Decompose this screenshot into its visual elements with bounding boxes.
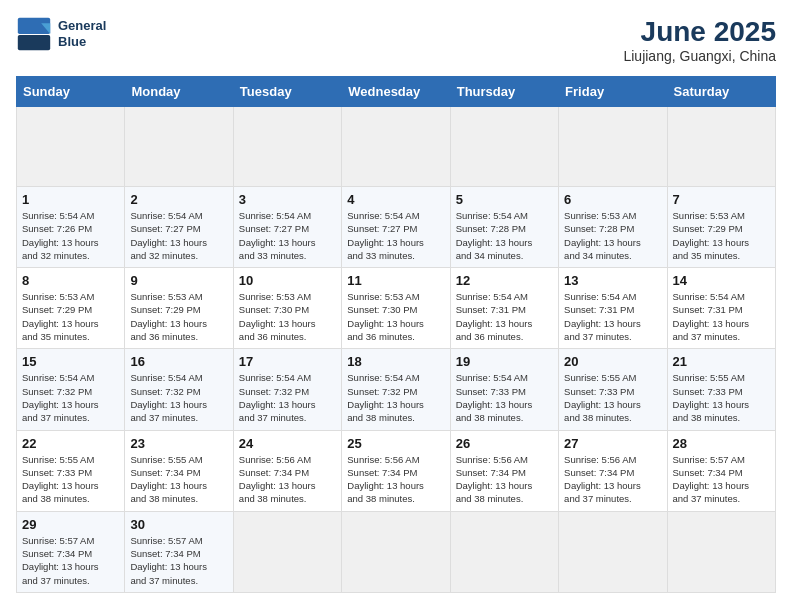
day-info: Sunrise: 5:54 AM Sunset: 7:31 PM Dayligh… [456, 290, 553, 343]
logo-icon [16, 16, 52, 52]
day-number: 26 [456, 436, 553, 451]
calendar-empty-cell [342, 107, 450, 187]
day-number: 4 [347, 192, 444, 207]
weekday-header-saturday: Saturday [667, 77, 775, 107]
calendar-day-18: 18Sunrise: 5:54 AM Sunset: 7:32 PM Dayli… [342, 349, 450, 430]
calendar-empty-cell [667, 107, 775, 187]
calendar-week-row: 15Sunrise: 5:54 AM Sunset: 7:32 PM Dayli… [17, 349, 776, 430]
day-info: Sunrise: 5:53 AM Sunset: 7:29 PM Dayligh… [130, 290, 227, 343]
day-number: 9 [130, 273, 227, 288]
calendar-day-13: 13Sunrise: 5:54 AM Sunset: 7:31 PM Dayli… [559, 268, 667, 349]
calendar-day-26: 26Sunrise: 5:56 AM Sunset: 7:34 PM Dayli… [450, 430, 558, 511]
calendar-day-29: 29Sunrise: 5:57 AM Sunset: 7:34 PM Dayli… [17, 511, 125, 592]
day-number: 15 [22, 354, 119, 369]
calendar-day-28: 28Sunrise: 5:57 AM Sunset: 7:34 PM Dayli… [667, 430, 775, 511]
day-number: 8 [22, 273, 119, 288]
calendar-day-25: 25Sunrise: 5:56 AM Sunset: 7:34 PM Dayli… [342, 430, 450, 511]
day-info: Sunrise: 5:56 AM Sunset: 7:34 PM Dayligh… [239, 453, 336, 506]
calendar-empty-cell [667, 511, 775, 592]
day-number: 13 [564, 273, 661, 288]
calendar-empty-cell [125, 107, 233, 187]
weekday-header-friday: Friday [559, 77, 667, 107]
calendar-day-3: 3Sunrise: 5:54 AM Sunset: 7:27 PM Daylig… [233, 187, 341, 268]
calendar-day-4: 4Sunrise: 5:54 AM Sunset: 7:27 PM Daylig… [342, 187, 450, 268]
day-info: Sunrise: 5:56 AM Sunset: 7:34 PM Dayligh… [456, 453, 553, 506]
day-number: 11 [347, 273, 444, 288]
calendar-day-20: 20Sunrise: 5:55 AM Sunset: 7:33 PM Dayli… [559, 349, 667, 430]
day-number: 17 [239, 354, 336, 369]
day-info: Sunrise: 5:55 AM Sunset: 7:33 PM Dayligh… [564, 371, 661, 424]
day-info: Sunrise: 5:54 AM Sunset: 7:27 PM Dayligh… [239, 209, 336, 262]
calendar-day-15: 15Sunrise: 5:54 AM Sunset: 7:32 PM Dayli… [17, 349, 125, 430]
day-info: Sunrise: 5:55 AM Sunset: 7:33 PM Dayligh… [22, 453, 119, 506]
day-info: Sunrise: 5:53 AM Sunset: 7:30 PM Dayligh… [347, 290, 444, 343]
calendar-day-11: 11Sunrise: 5:53 AM Sunset: 7:30 PM Dayli… [342, 268, 450, 349]
calendar-day-24: 24Sunrise: 5:56 AM Sunset: 7:34 PM Dayli… [233, 430, 341, 511]
day-number: 10 [239, 273, 336, 288]
day-info: Sunrise: 5:53 AM Sunset: 7:29 PM Dayligh… [673, 209, 770, 262]
day-info: Sunrise: 5:55 AM Sunset: 7:33 PM Dayligh… [673, 371, 770, 424]
month-title: June 2025 [623, 16, 776, 48]
calendar-day-21: 21Sunrise: 5:55 AM Sunset: 7:33 PM Dayli… [667, 349, 775, 430]
logo-line1: General [58, 18, 106, 34]
day-info: Sunrise: 5:54 AM Sunset: 7:32 PM Dayligh… [22, 371, 119, 424]
day-number: 6 [564, 192, 661, 207]
day-info: Sunrise: 5:53 AM Sunset: 7:30 PM Dayligh… [239, 290, 336, 343]
day-number: 19 [456, 354, 553, 369]
day-number: 12 [456, 273, 553, 288]
calendar-week-row: 8Sunrise: 5:53 AM Sunset: 7:29 PM Daylig… [17, 268, 776, 349]
calendar-empty-cell [233, 511, 341, 592]
calendar-day-10: 10Sunrise: 5:53 AM Sunset: 7:30 PM Dayli… [233, 268, 341, 349]
day-number: 21 [673, 354, 770, 369]
calendar-day-2: 2Sunrise: 5:54 AM Sunset: 7:27 PM Daylig… [125, 187, 233, 268]
day-number: 1 [22, 192, 119, 207]
weekday-header-monday: Monday [125, 77, 233, 107]
day-number: 16 [130, 354, 227, 369]
calendar-empty-cell [233, 107, 341, 187]
calendar-day-5: 5Sunrise: 5:54 AM Sunset: 7:28 PM Daylig… [450, 187, 558, 268]
day-number: 23 [130, 436, 227, 451]
logo-line2: Blue [58, 34, 106, 50]
weekday-header-wednesday: Wednesday [342, 77, 450, 107]
day-number: 25 [347, 436, 444, 451]
calendar-week-row [17, 107, 776, 187]
calendar-day-27: 27Sunrise: 5:56 AM Sunset: 7:34 PM Dayli… [559, 430, 667, 511]
weekday-header-tuesday: Tuesday [233, 77, 341, 107]
day-info: Sunrise: 5:57 AM Sunset: 7:34 PM Dayligh… [673, 453, 770, 506]
calendar-empty-cell [450, 107, 558, 187]
day-info: Sunrise: 5:54 AM Sunset: 7:31 PM Dayligh… [673, 290, 770, 343]
day-info: Sunrise: 5:57 AM Sunset: 7:34 PM Dayligh… [130, 534, 227, 587]
calendar-day-1: 1Sunrise: 5:54 AM Sunset: 7:26 PM Daylig… [17, 187, 125, 268]
calendar-empty-cell [17, 107, 125, 187]
weekday-header-sunday: Sunday [17, 77, 125, 107]
calendar-day-30: 30Sunrise: 5:57 AM Sunset: 7:34 PM Dayli… [125, 511, 233, 592]
calendar-day-9: 9Sunrise: 5:53 AM Sunset: 7:29 PM Daylig… [125, 268, 233, 349]
calendar-day-14: 14Sunrise: 5:54 AM Sunset: 7:31 PM Dayli… [667, 268, 775, 349]
day-info: Sunrise: 5:54 AM Sunset: 7:27 PM Dayligh… [130, 209, 227, 262]
calendar-day-19: 19Sunrise: 5:54 AM Sunset: 7:33 PM Dayli… [450, 349, 558, 430]
day-info: Sunrise: 5:54 AM Sunset: 7:32 PM Dayligh… [130, 371, 227, 424]
calendar-day-22: 22Sunrise: 5:55 AM Sunset: 7:33 PM Dayli… [17, 430, 125, 511]
day-number: 28 [673, 436, 770, 451]
day-info: Sunrise: 5:53 AM Sunset: 7:29 PM Dayligh… [22, 290, 119, 343]
calendar-empty-cell [559, 107, 667, 187]
day-number: 29 [22, 517, 119, 532]
calendar-day-7: 7Sunrise: 5:53 AM Sunset: 7:29 PM Daylig… [667, 187, 775, 268]
day-number: 30 [130, 517, 227, 532]
day-info: Sunrise: 5:54 AM Sunset: 7:26 PM Dayligh… [22, 209, 119, 262]
day-number: 14 [673, 273, 770, 288]
page-header: General Blue June 2025 Liujiang, Guangxi… [16, 16, 776, 64]
day-number: 20 [564, 354, 661, 369]
day-info: Sunrise: 5:53 AM Sunset: 7:28 PM Dayligh… [564, 209, 661, 262]
calendar-week-row: 22Sunrise: 5:55 AM Sunset: 7:33 PM Dayli… [17, 430, 776, 511]
day-info: Sunrise: 5:55 AM Sunset: 7:34 PM Dayligh… [130, 453, 227, 506]
calendar-week-row: 1Sunrise: 5:54 AM Sunset: 7:26 PM Daylig… [17, 187, 776, 268]
day-number: 7 [673, 192, 770, 207]
calendar-day-17: 17Sunrise: 5:54 AM Sunset: 7:32 PM Dayli… [233, 349, 341, 430]
day-info: Sunrise: 5:57 AM Sunset: 7:34 PM Dayligh… [22, 534, 119, 587]
calendar-empty-cell [342, 511, 450, 592]
svg-rect-2 [18, 35, 50, 50]
calendar-day-8: 8Sunrise: 5:53 AM Sunset: 7:29 PM Daylig… [17, 268, 125, 349]
weekday-header-thursday: Thursday [450, 77, 558, 107]
day-info: Sunrise: 5:56 AM Sunset: 7:34 PM Dayligh… [347, 453, 444, 506]
